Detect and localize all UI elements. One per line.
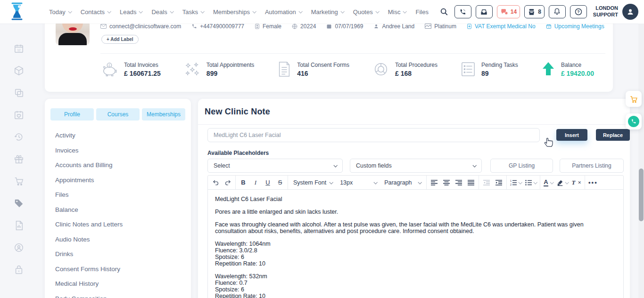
chat-notifications-button[interactable]: 14 bbox=[497, 5, 520, 18]
note-content-editor[interactable]: MedLight C6 Laser Facial Pores are a lit… bbox=[208, 190, 623, 298]
indent-button[interactable] bbox=[493, 177, 504, 188]
vat-exempt-link[interactable]: VAT Exempt Medical No bbox=[467, 23, 536, 30]
cart-icon[interactable] bbox=[14, 176, 24, 186]
font-size-select[interactable]: 13px bbox=[337, 179, 380, 186]
outdent-button[interactable] bbox=[481, 177, 492, 188]
menu-item-consent-forms-history[interactable]: Consent Forms History bbox=[55, 266, 185, 273]
new-clinic-note-panel: New Clinic Note Insert Replace Available… bbox=[198, 99, 630, 298]
nav-label: Memberships bbox=[213, 8, 250, 16]
user-avatar[interactable] bbox=[622, 4, 638, 20]
nav-item-tasks[interactable]: Tasks bbox=[182, 8, 204, 16]
nav-item-memberships[interactable]: Memberships bbox=[213, 8, 256, 16]
client-photo[interactable] bbox=[56, 21, 90, 45]
indent-icon bbox=[495, 180, 502, 185]
insert-button[interactable]: Insert bbox=[556, 129, 587, 141]
help-button[interactable]: ? bbox=[570, 5, 587, 18]
floating-phone-button[interactable] bbox=[626, 113, 642, 129]
history-icon[interactable] bbox=[14, 132, 24, 142]
undo-button[interactable] bbox=[210, 177, 221, 188]
menu-item-invoices[interactable]: Invoices bbox=[55, 147, 185, 154]
scrollbar-thumb[interactable] bbox=[639, 169, 644, 221]
floating-cart-button[interactable] bbox=[626, 91, 642, 107]
menu-item-balance[interactable]: Balance bbox=[55, 206, 185, 213]
highlight-color-button[interactable] bbox=[555, 177, 570, 188]
svg-text:£: £ bbox=[108, 64, 110, 67]
nav-label: Misc bbox=[388, 8, 401, 16]
report-icon[interactable] bbox=[14, 220, 24, 231]
font-family-select[interactable]: System Font bbox=[290, 179, 336, 186]
menu-item-appointments[interactable]: Appointments bbox=[55, 177, 185, 184]
replace-button[interactable]: Replace bbox=[596, 129, 630, 141]
note-line: MedLight C6 Laser Facial bbox=[215, 196, 616, 202]
member-icon[interactable] bbox=[14, 242, 24, 253]
tags-icon[interactable] bbox=[14, 198, 24, 209]
menu-item-drinks[interactable]: Drinks bbox=[55, 250, 185, 258]
pos-terminal-button[interactable]: 8 bbox=[524, 5, 545, 18]
text-color-button[interactable]: A bbox=[542, 177, 554, 188]
client-section-panel: Profile Courses Memberships Activity Inv… bbox=[45, 99, 191, 298]
card-icon bbox=[425, 24, 431, 29]
align-right-button[interactable] bbox=[453, 177, 464, 188]
partners-listing-button[interactable]: Partners Listing bbox=[560, 159, 624, 173]
ordered-list-button[interactable]: 12 bbox=[509, 177, 523, 188]
bullet-list-button[interactable] bbox=[524, 177, 538, 188]
nav-item-contacts[interactable]: Contacts bbox=[81, 8, 110, 16]
italic-button[interactable]: I bbox=[250, 177, 261, 188]
underline-button[interactable]: U bbox=[262, 177, 273, 188]
tab-profile[interactable]: Profile bbox=[50, 108, 94, 121]
menu-item-medical-history[interactable]: Medical History bbox=[55, 280, 185, 287]
align-center-button[interactable] bbox=[441, 177, 452, 188]
note-title-input[interactable] bbox=[207, 128, 540, 142]
menu-item-accounts-and-billing[interactable]: Accounts and Billing bbox=[55, 161, 185, 169]
inbox-button[interactable] bbox=[476, 5, 493, 18]
redo-button[interactable] bbox=[222, 177, 233, 188]
add-label-button[interactable]: + Add Label bbox=[101, 35, 139, 44]
note-line: Pores are a little enlarged and skin lac… bbox=[215, 209, 616, 215]
nav-item-files[interactable]: Files bbox=[415, 8, 428, 16]
donut-chart-icon bbox=[372, 61, 389, 77]
nav-item-leads[interactable]: Leads bbox=[120, 8, 142, 16]
calendar-icon[interactable]: 12 bbox=[14, 43, 24, 54]
nav-item-today[interactable]: Today bbox=[49, 8, 71, 16]
menu-item-audio-notes[interactable]: Audio Notes bbox=[55, 236, 185, 243]
align-justify-button[interactable] bbox=[465, 177, 477, 188]
menu-item-body-composition[interactable]: Body Composition bbox=[55, 295, 185, 298]
nav-item-marketing[interactable]: Marketing bbox=[311, 8, 344, 16]
block-format-select[interactable]: Paragraph bbox=[381, 179, 424, 186]
clear-formatting-button[interactable]: T✕ bbox=[570, 177, 583, 188]
rich-text-editor: B I U S System Font 13px Paragraph bbox=[207, 175, 624, 298]
upcoming-meetings-link[interactable]: 12 Upcoming Meetings bbox=[546, 23, 604, 30]
menu-item-activity[interactable]: Activity bbox=[55, 132, 185, 139]
client-phone[interactable]: +4474900009777 bbox=[191, 23, 244, 30]
highlighter-icon bbox=[557, 179, 563, 186]
package-icon[interactable] bbox=[14, 65, 24, 76]
clinicsoftware-logo[interactable] bbox=[9, 2, 25, 21]
menu-item-files[interactable]: Files bbox=[55, 191, 185, 198]
tab-memberships[interactable]: Memberships bbox=[142, 108, 185, 121]
page-scrollbar[interactable] bbox=[638, 24, 644, 298]
notifications-button[interactable] bbox=[549, 5, 566, 18]
align-left-button[interactable] bbox=[429, 177, 440, 188]
search-icon[interactable] bbox=[440, 8, 448, 16]
menu-item-clinic-notes-and-letters[interactable]: Clinic Notes and Letters bbox=[55, 221, 185, 228]
client-email[interactable]: connect@clinicsoftware.com bbox=[100, 23, 181, 30]
nav-item-deals[interactable]: Deals bbox=[151, 8, 173, 16]
more-tools-button[interactable]: ••• bbox=[587, 177, 599, 188]
calendar-heart-icon[interactable] bbox=[14, 110, 24, 120]
copy-icon[interactable] bbox=[14, 88, 24, 98]
custom-fields-select[interactable]: Custom fields bbox=[350, 159, 482, 173]
placeholder-select[interactable]: Select bbox=[207, 159, 343, 173]
ordered-list-icon: 12 bbox=[510, 180, 517, 185]
phone-call-button[interactable] bbox=[454, 5, 471, 18]
nav-item-misc[interactable]: Misc bbox=[388, 8, 406, 16]
nav-item-automation[interactable]: Automation bbox=[265, 8, 302, 16]
gp-listing-button[interactable]: GP Listing bbox=[490, 159, 553, 173]
strikethrough-button[interactable]: S bbox=[274, 177, 286, 188]
bold-button[interactable]: B bbox=[238, 177, 249, 188]
pos-badge-count: 8 bbox=[538, 8, 541, 15]
divider bbox=[198, 124, 630, 125]
tab-courses[interactable]: Courses bbox=[96, 108, 140, 121]
lock-icon[interactable] bbox=[14, 265, 24, 275]
gift-icon[interactable] bbox=[14, 154, 24, 164]
nav-item-quotes[interactable]: Quotes bbox=[353, 8, 379, 16]
